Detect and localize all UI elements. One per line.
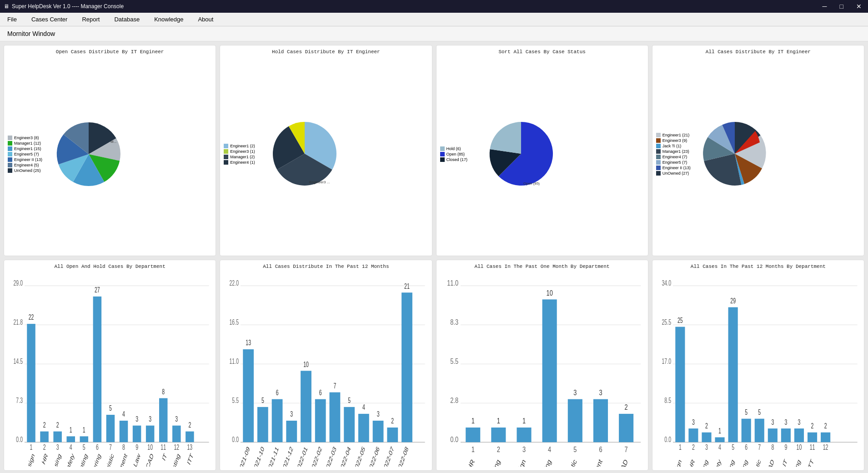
svg-text:2022-08: 2022-08: [396, 445, 410, 467]
svg-text:27: 27: [95, 286, 100, 294]
svg-rect-26: [186, 432, 194, 443]
svg-text:34.0: 34.0: [662, 279, 671, 287]
monthly-cases-title: All Cases Distribute In The Past 12 Mont…: [224, 264, 428, 269]
svg-text:21: 21: [404, 282, 410, 290]
svg-text:1: 1: [679, 443, 682, 452]
title-bar: 🖥 Super HelpDesk Ver 1.0 ---- Manager Co…: [0, 0, 868, 13]
svg-text:2022-04: 2022-04: [338, 445, 352, 467]
close-button[interactable]: ✕: [853, 2, 864, 11]
svg-text:11.0: 11.0: [447, 278, 458, 287]
svg-text:2021-11: 2021-11: [266, 445, 280, 467]
app-title: Super HelpDesk Ver 1.0 ---- Manager Cons…: [12, 3, 124, 10]
svg-text:2: 2: [705, 421, 708, 430]
monthly-bar-svg: 22.0 16.5 11.0 5.5 0.0: [224, 271, 428, 467]
svg-text:21.8: 21.8: [13, 318, 23, 327]
svg-rect-82: [330, 392, 341, 443]
svg-text:Logistic: Logistic: [102, 452, 115, 467]
menu-about[interactable]: About: [194, 14, 217, 25]
svg-text:3: 3: [573, 388, 577, 397]
svg-text:0.0: 0.0: [16, 435, 23, 444]
svg-text:9: 9: [135, 443, 138, 452]
svg-text:1: 1: [718, 426, 721, 435]
menu-knowledge[interactable]: Knowledge: [151, 14, 187, 25]
svg-text:29: 29: [730, 296, 736, 305]
monthly-cases-chart: 22.0 16.5 11.0 5.5 0.0: [224, 271, 428, 467]
svg-text:2: 2: [391, 417, 394, 425]
svg-text:3: 3: [798, 418, 800, 426]
all-cases-legend: Engineer1 (21) Engineer3 (9) Jack Ti (1)…: [656, 133, 697, 176]
svg-text:Design: Design: [512, 458, 527, 467]
svg-text:2.8: 2.8: [450, 396, 458, 404]
past-month-bar-svg: 11.0 8.3 5.5 2.8 0.0 1 1: [440, 271, 644, 467]
svg-text:2021-12: 2021-12: [281, 445, 294, 467]
svg-rect-160: [675, 327, 685, 443]
menu-database[interactable]: Database: [110, 14, 143, 25]
svg-rect-79: [286, 421, 297, 442]
past-month-dept-chart: 11.0 8.3 5.5 2.8 0.0 1 1: [440, 271, 644, 467]
hold-cases-legend: Engineer1 (2) Engineer3 (1) Manager1 (2)…: [224, 144, 265, 165]
open-cases-title: Open Cases Distribute By IT Engineer: [8, 49, 212, 55]
svg-text:4: 4: [548, 445, 551, 453]
minimize-button[interactable]: ─: [820, 2, 830, 11]
svg-rect-81: [315, 399, 326, 443]
all-cases-pie: ...: [701, 117, 769, 190]
svg-text:7.3: 7.3: [16, 396, 23, 405]
svg-text:5: 5: [261, 396, 264, 405]
menu-report[interactable]: Report: [78, 14, 103, 25]
past-12months-dept-title: All Cases In The Past 12 Months By Depar…: [656, 264, 860, 269]
svg-text:3: 3: [692, 418, 695, 426]
maximize-button[interactable]: □: [837, 2, 846, 11]
svg-rect-170: [808, 433, 817, 443]
svg-text:13: 13: [246, 338, 251, 347]
svg-text:7: 7: [758, 443, 761, 452]
svg-text:1: 1: [70, 425, 72, 434]
svg-text:2022-01: 2022-01: [295, 445, 309, 467]
svg-text:8.3: 8.3: [450, 317, 458, 326]
svg-rect-24: [159, 398, 167, 443]
svg-text:...: ...: [755, 139, 758, 143]
svg-text:Safety: Safety: [64, 452, 75, 467]
svg-text:Testing: Testing: [169, 452, 181, 467]
svg-text:IT: IT: [161, 452, 168, 462]
svg-text:5: 5: [745, 408, 748, 416]
svg-text:2: 2: [188, 420, 191, 429]
svg-rect-165: [741, 419, 751, 443]
svg-text:13: 13: [187, 443, 192, 452]
svg-text:0.0: 0.0: [450, 435, 458, 443]
svg-text:1: 1: [522, 417, 525, 425]
svg-text:ITT: ITT: [186, 452, 194, 466]
svg-text:5.5: 5.5: [232, 396, 239, 405]
svg-text:1: 1: [30, 443, 33, 452]
svg-text:3: 3: [175, 414, 178, 423]
svg-text:25.5: 25.5: [662, 318, 671, 327]
svg-text:3: 3: [522, 445, 525, 453]
svg-text:14.5: 14.5: [13, 357, 23, 366]
svg-rect-124: [517, 428, 531, 442]
open-cases-card: Open Cases Distribute By IT Engineer Eng…: [4, 45, 216, 256]
svg-text:3: 3: [784, 418, 787, 426]
svg-text:22.0: 22.0: [230, 279, 239, 287]
menu-file[interactable]: File: [4, 14, 20, 25]
svg-text:12: 12: [823, 443, 828, 452]
svg-rect-163: [715, 438, 724, 443]
svg-rect-20: [106, 415, 115, 442]
svg-text:10: 10: [303, 360, 309, 368]
all-cases-card: All Cases Distribute By IT Engineer Engi…: [652, 45, 864, 256]
svg-text:3: 3: [291, 410, 293, 418]
svg-text:2022-02: 2022-02: [310, 445, 323, 467]
svg-rect-86: [387, 428, 398, 442]
svg-text:17.0: 17.0: [662, 357, 671, 366]
hold-cases-chart: Engineer1 (2) Engineer3 (1) Manager1 (2)…: [224, 56, 428, 252]
svg-text:Accounting: Accounting: [532, 458, 552, 467]
svg-text:Management: Management: [581, 457, 603, 467]
svg-rect-123: [491, 428, 506, 442]
svg-rect-128: [619, 414, 633, 442]
svg-text:2: 2: [692, 443, 695, 452]
open-cases-pie: M...: [52, 118, 125, 191]
svg-text:6: 6: [745, 443, 748, 452]
svg-rect-16: [53, 432, 61, 443]
svg-text:CAD: CAD: [145, 452, 155, 467]
svg-text:M...: M...: [110, 140, 116, 144]
menu-cases-center[interactable]: Cases Center: [28, 14, 71, 25]
open-cases-legend: Engineer3 (8) Manager1 (12) Engineer1 (1…: [8, 136, 49, 173]
